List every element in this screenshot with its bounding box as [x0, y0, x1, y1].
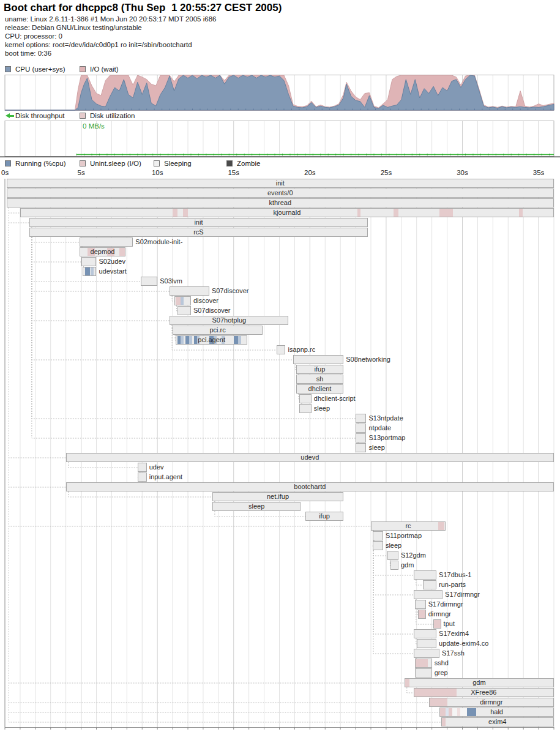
process-label: S12gdm — [401, 551, 426, 560]
process-bar — [81, 257, 97, 266]
process-label: dhclient-script — [314, 394, 356, 403]
process-gantt: initevents/0kthreadkjournaldinitrcSS02mo… — [0, 0, 560, 732]
process-label: S07discover — [212, 286, 249, 296]
process-label: sleep — [212, 502, 301, 511]
process-bar — [418, 610, 426, 619]
process-label: sh — [296, 375, 343, 384]
process-label: sleep — [369, 443, 385, 452]
process-bar — [415, 600, 425, 609]
process-label: dirmngr — [429, 698, 554, 707]
process-label: grep — [435, 668, 448, 678]
process-bar — [414, 649, 439, 658]
process-bar — [387, 551, 398, 560]
process-label: S03lvm — [160, 277, 182, 286]
process-bar — [356, 414, 366, 423]
process-label: update-exim4.co — [439, 639, 488, 648]
process-bar — [299, 394, 312, 403]
process-label: S08networking — [346, 355, 390, 364]
process-state-segment — [176, 297, 181, 305]
process-label: kjournald — [20, 208, 554, 217]
process-label: sleep — [386, 541, 401, 550]
process-bar — [174, 296, 191, 305]
process-bar — [83, 267, 96, 276]
process-bar — [80, 237, 133, 247]
process-label: net.ifup — [212, 492, 343, 501]
process-state-segment — [181, 297, 184, 305]
process-label: sshd — [435, 659, 449, 668]
process-state-segment — [433, 620, 441, 628]
process-bar — [390, 561, 398, 570]
process-label: S11portmap — [386, 531, 422, 540]
process-bar — [277, 345, 286, 354]
process-label: ifup — [305, 512, 343, 521]
process-label: udevd — [66, 453, 554, 462]
process-state-segment — [85, 267, 91, 275]
process-label: sleep — [314, 404, 330, 413]
process-label: S17dbus-1 — [439, 570, 471, 580]
process-label: init — [29, 218, 368, 227]
process-label: isapnp.rc — [288, 345, 316, 354]
process-label: S17dirmngr — [445, 590, 480, 599]
process-label: XFree86 — [414, 688, 554, 697]
process-bar — [414, 629, 436, 638]
process-label: init — [7, 179, 554, 188]
process-bar — [138, 463, 147, 472]
process-bar — [170, 286, 209, 296]
process-bar — [415, 659, 431, 668]
process-bar — [293, 355, 343, 364]
process-label: S02udev — [99, 257, 125, 266]
process-state-segment — [415, 659, 428, 667]
process-state-segment — [418, 610, 426, 618]
process-label: S07discover — [193, 306, 231, 315]
process-label: discover — [193, 296, 218, 305]
process-label: bootchartd — [66, 482, 554, 491]
process-label: ntpdate — [369, 424, 392, 433]
process-label: udev — [149, 463, 164, 472]
process-label: S17ssh — [442, 649, 465, 658]
process-label: udevstart — [99, 267, 127, 276]
process-bar — [414, 590, 442, 599]
process-label: run-parts — [439, 580, 466, 589]
process-label: S13portmap — [369, 433, 406, 443]
process-label: ifup — [296, 365, 343, 374]
process-label: pci.agent — [176, 335, 247, 345]
process-bar — [299, 404, 312, 413]
process-bar — [414, 570, 436, 580]
process-bar — [373, 541, 383, 550]
process-label: hald — [439, 708, 554, 717]
process-bar — [433, 619, 441, 629]
process-label: depmod — [80, 247, 125, 256]
process-bar — [177, 306, 191, 315]
process-bar — [356, 433, 366, 443]
process-label: kthread — [7, 198, 554, 207]
process-label: gdm — [401, 561, 414, 570]
process-state-segment — [91, 267, 94, 275]
process-label: rcS — [29, 228, 368, 237]
process-label: events/0 — [7, 189, 554, 198]
process-label: exim4 — [441, 717, 554, 726]
process-label: pci.rc — [173, 326, 263, 335]
process-label: S13ntpdate — [369, 414, 403, 423]
process-label: dhclient — [296, 384, 343, 394]
process-bar — [373, 531, 383, 540]
process-label: S07hotplug — [170, 316, 288, 325]
process-bar — [141, 277, 157, 286]
process-bar — [417, 639, 436, 648]
process-bar — [415, 668, 431, 678]
process-label: tput — [444, 619, 455, 629]
process-label: gdm — [405, 678, 554, 687]
process-bar — [423, 580, 436, 589]
process-label: S02module-init- — [135, 237, 182, 247]
bootchart-page: Boot chart for dhcppc8 (Thu Sep 1 20:55:… — [0, 0, 560, 732]
process-label: rc — [371, 521, 446, 531]
process-label: S17dirmngr — [428, 600, 463, 609]
process-label: input.agent — [149, 472, 182, 482]
process-bar — [138, 472, 147, 482]
process-bar — [356, 424, 366, 433]
process-label: dirmngr — [428, 610, 451, 619]
process-bar — [356, 443, 366, 452]
process-label: S17exim4 — [439, 629, 469, 638]
